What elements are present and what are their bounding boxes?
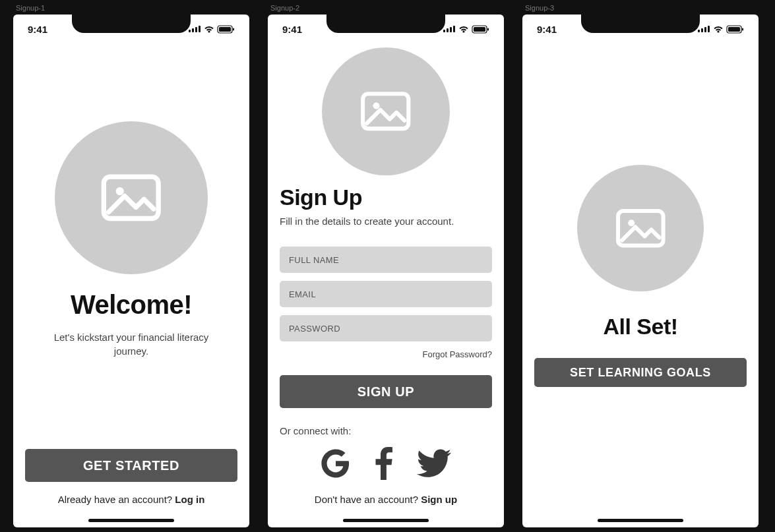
twitter-icon[interactable] — [417, 449, 451, 478]
status-indicators — [189, 24, 235, 34]
status-bar: 9:41 — [268, 15, 504, 44]
signup-link[interactable]: Sign up — [421, 494, 457, 505]
frame-signup-1: Signup-1 9:41 Welcome! Let's kickstart y… — [13, 4, 249, 527]
status-indicators — [698, 24, 744, 34]
frame-signup-2: Signup-2 9:41 Sign Up Fill in the detail… — [268, 4, 504, 527]
frame-label: Signup-3 — [525, 4, 759, 13]
signup-prompt: Don't have an account? Sign up — [280, 494, 492, 505]
image-placeholder-icon — [322, 47, 450, 175]
status-time: 9:41 — [537, 24, 557, 35]
frame-label: Signup-1 — [16, 4, 249, 13]
phone-screen: 9:41 Welcome! Let's kickstart your finan… — [13, 15, 249, 527]
set-learning-goals-button[interactable]: SET LEARNING GOALS — [534, 358, 747, 387]
status-bar: 9:41 — [13, 15, 249, 44]
login-prompt: Already have an account? Log in — [25, 494, 237, 505]
login-prompt-text: Already have an account? — [58, 494, 175, 505]
signup-title: Sign Up — [280, 185, 492, 210]
screen-content: Welcome! Let's kickstart your financial … — [13, 44, 249, 512]
frame-label: Signup-2 — [270, 4, 504, 13]
all-set-title: All Set! — [534, 314, 747, 340]
welcome-subtitle: Let's kickstart your financial literacy … — [25, 330, 237, 358]
frame-signup-3: Signup-3 9:41 All Set! SET LEARNING GOAL… — [522, 4, 759, 527]
connect-with-label: Or connect with: — [280, 425, 492, 436]
full-name-input[interactable] — [280, 247, 492, 273]
signup-subtitle: Fill in the details to create your accou… — [280, 216, 492, 227]
signup-button[interactable]: SIGN UP — [280, 375, 492, 408]
home-indicator — [343, 519, 429, 522]
get-started-button[interactable]: GET STARTED — [25, 449, 237, 482]
email-input[interactable] — [280, 281, 492, 307]
status-time: 9:41 — [28, 24, 47, 35]
forgot-password-link[interactable]: Forgot Password? — [280, 349, 492, 359]
status-indicators — [443, 24, 489, 34]
home-indicator — [598, 519, 683, 522]
home-indicator — [88, 519, 174, 522]
status-bar: 9:41 — [522, 15, 759, 44]
phone-screen: 9:41 All Set! SET LEARNING GOALS — [522, 15, 759, 527]
image-placeholder-icon — [55, 121, 208, 274]
screen-content: Sign Up Fill in the details to create yo… — [268, 44, 504, 512]
facebook-icon[interactable] — [375, 447, 393, 480]
google-icon[interactable] — [321, 448, 351, 479]
welcome-title: Welcome! — [25, 290, 237, 320]
status-time: 9:41 — [282, 24, 302, 35]
image-placeholder-icon — [577, 165, 704, 291]
signup-prompt-text: Don't have an account? — [315, 494, 421, 505]
screen-content: All Set! SET LEARNING GOALS — [522, 44, 759, 512]
password-input[interactable] — [280, 315, 492, 341]
phone-screen: 9:41 Sign Up Fill in the details to crea… — [268, 15, 504, 527]
login-link[interactable]: Log in — [175, 494, 204, 505]
